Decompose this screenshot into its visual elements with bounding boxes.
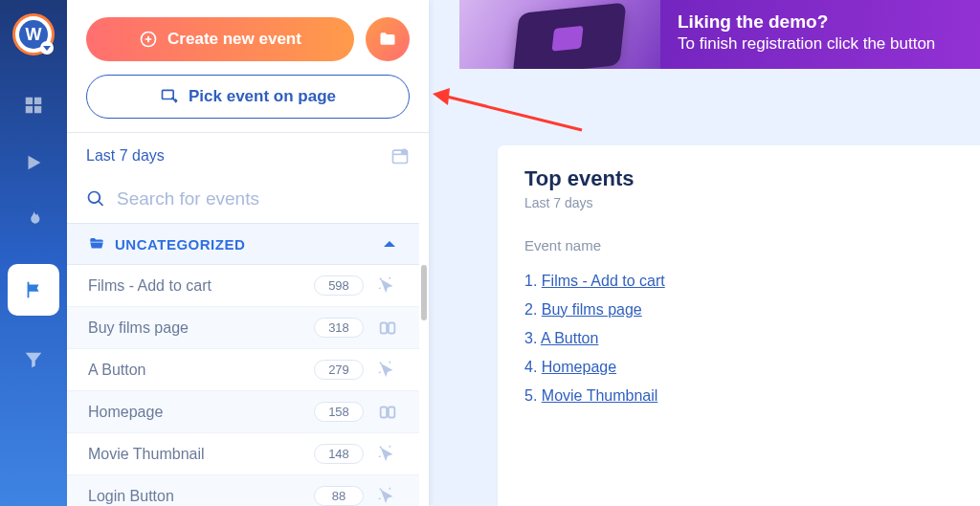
column-header: Event name	[524, 237, 953, 253]
date-range-label: Last 7 days	[86, 147, 165, 165]
event-item-name: Homepage	[88, 404, 314, 421]
create-event-button[interactable]: Create new event	[86, 17, 354, 61]
event-item-name: Login Button	[88, 488, 314, 505]
top-event-row: 3. A Button	[524, 324, 953, 353]
top-event-link[interactable]: Films - Add to cart	[542, 273, 665, 289]
event-item-name: Movie Thumbnail	[88, 446, 314, 463]
top-event-row: 4. Homepage	[524, 353, 953, 382]
plus-circle-icon	[139, 30, 158, 49]
page-link-icon	[377, 402, 398, 423]
event-item[interactable]: Buy films page 318	[67, 307, 419, 349]
top-events-card: Top events Last 7 days Event name 1. Fil…	[498, 145, 980, 506]
svg-rect-3	[34, 106, 41, 113]
event-item[interactable]: Films - Add to cart 598	[67, 265, 419, 307]
cursor-click-icon	[377, 360, 398, 381]
category-label: UNCATEGORIZED	[115, 236, 245, 253]
event-item-count: 88	[314, 486, 364, 506]
event-item[interactable]: Movie Thumbnail 148	[67, 433, 419, 475]
card-title: Top events	[524, 166, 953, 191]
event-item-count: 158	[314, 402, 364, 422]
svg-rect-11	[389, 407, 394, 417]
folder-icon	[378, 30, 397, 49]
pick-event-button[interactable]: Pick event on page	[86, 75, 410, 119]
top-event-row: 5. Movie Thumbnail	[524, 382, 953, 410]
top-event-row: 2. Buy films page	[524, 296, 953, 324]
top-event-link[interactable]: Movie Thumbnail	[542, 387, 658, 404]
app-logo[interactable]: W	[12, 13, 55, 55]
svg-rect-9	[389, 322, 394, 333]
create-event-label: Create new event	[167, 30, 301, 49]
events-panel: Create new event Pick event on page Last…	[67, 0, 429, 506]
banner-subtitle: To finish registration click the button	[678, 34, 963, 54]
pick-event-label: Pick event on page	[189, 87, 336, 106]
event-list: Films - Add to cart 598 Buy films page 3…	[67, 265, 429, 506]
category-header[interactable]: UNCATEGORIZED	[67, 223, 419, 265]
cursor-click-icon	[377, 275, 398, 297]
main-area: Liking the demo? To finish registration …	[429, 0, 980, 506]
caret-up-icon	[381, 235, 398, 253]
grid-icon	[23, 95, 44, 116]
nav-rail: W	[0, 0, 67, 506]
svg-rect-0	[26, 98, 33, 104]
demo-banner[interactable]: Liking the demo? To finish registration …	[459, 0, 980, 69]
nav-play[interactable]	[20, 149, 47, 176]
funnel-icon	[23, 349, 44, 370]
nav-dashboard[interactable]	[20, 92, 47, 119]
nav-events[interactable]	[8, 264, 59, 316]
flame-icon	[23, 209, 44, 231]
svg-rect-10	[381, 407, 387, 417]
event-item-count: 598	[314, 275, 364, 296]
panel-top-row: Create new event	[86, 17, 410, 61]
event-item-count: 318	[314, 318, 364, 338]
event-item[interactable]: Login Button 88	[67, 475, 419, 506]
event-item-count: 279	[314, 360, 364, 380]
top-event-link[interactable]: A Button	[541, 330, 599, 346]
folder-button[interactable]	[366, 17, 410, 61]
svg-rect-1	[34, 98, 41, 104]
top-event-link[interactable]: Buy films page	[542, 301, 642, 318]
logo-caret-icon	[40, 41, 54, 55]
folder-open-icon	[88, 235, 105, 253]
search-input[interactable]	[117, 188, 410, 209]
cursor-click-icon	[377, 444, 398, 465]
banner-text: Liking the demo? To finish registration …	[660, 0, 980, 69]
list-scrollbar[interactable]	[421, 265, 427, 320]
cursor-click-icon	[377, 486, 398, 507]
flag-icon	[23, 279, 44, 300]
callout-arrow-icon	[429, 84, 591, 142]
play-icon	[23, 152, 44, 173]
event-item[interactable]: A Button 279	[67, 349, 419, 391]
nav-trends[interactable]	[20, 207, 47, 233]
svg-point-7	[401, 149, 408, 156]
event-item[interactable]: Homepage 158	[67, 391, 419, 433]
top-event-row: 1. Films - Add to cart	[524, 267, 953, 296]
svg-rect-2	[26, 106, 33, 113]
picker-icon	[160, 87, 179, 106]
page-link-icon	[377, 318, 398, 339]
top-event-link[interactable]: Homepage	[542, 359, 616, 375]
event-item-count: 148	[314, 444, 364, 464]
date-range-row[interactable]: Last 7 days	[67, 132, 429, 179]
search-icon	[86, 189, 105, 209]
panel-actions: Create new event Pick event on page	[67, 0, 429, 132]
calendar-icon[interactable]	[390, 146, 410, 165]
device-icon	[513, 2, 627, 69]
event-item-name: Films - Add to cart	[88, 277, 314, 295]
card-subtitle: Last 7 days	[524, 195, 953, 210]
nav-funnel[interactable]	[20, 346, 47, 373]
top-events-list: 1. Films - Add to cart 2. Buy films page…	[524, 267, 953, 410]
event-item-name: A Button	[88, 362, 314, 379]
banner-title: Liking the demo?	[678, 11, 963, 33]
search-row	[67, 179, 429, 223]
banner-illustration	[459, 0, 660, 69]
event-item-name: Buy films page	[88, 319, 314, 337]
svg-rect-8	[381, 322, 387, 333]
